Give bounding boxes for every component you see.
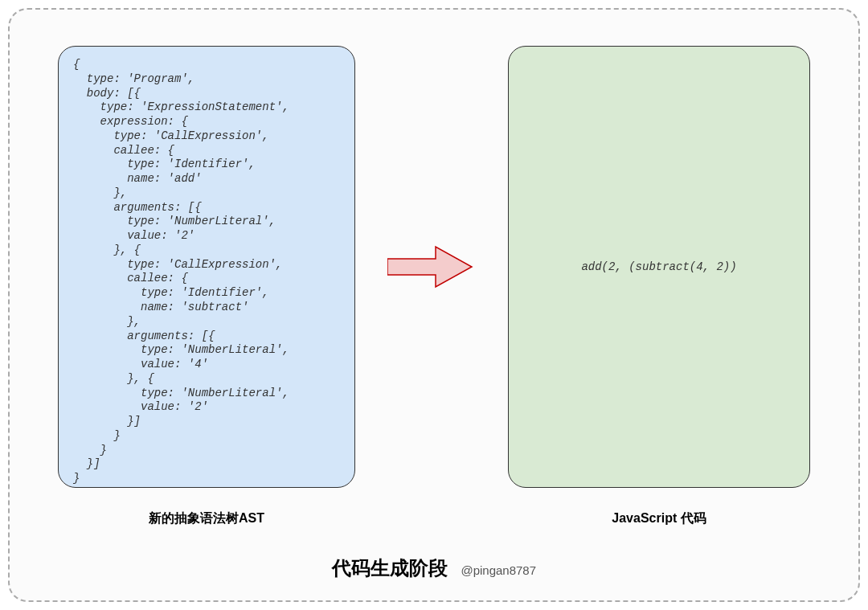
panel-labels: 新的抽象语法树AST JavaScript 代码 — [10, 510, 858, 527]
svg-marker-0 — [387, 247, 472, 287]
js-code-text: add(2, (subtract(4, 2)) — [581, 260, 736, 273]
ast-panel: { type: 'Program', body: [{ type: 'Expre… — [58, 46, 355, 488]
ast-label: 新的抽象语法树AST — [58, 510, 355, 527]
footer-author: @pingan8787 — [461, 563, 536, 577]
footer-title: 代码生成阶段 — [332, 555, 448, 581]
js-code-panel: add(2, (subtract(4, 2)) — [508, 46, 810, 488]
footer: 代码生成阶段 @pingan8787 — [10, 555, 858, 581]
diagram-container: { type: 'Program', body: [{ type: 'Expre… — [8, 8, 860, 602]
js-label: JavaScript 代码 — [508, 510, 810, 527]
arrow-container — [363, 243, 500, 291]
arrow-right-icon — [387, 243, 476, 291]
diagram-content: { type: 'Program', body: [{ type: 'Expre… — [10, 10, 858, 504]
